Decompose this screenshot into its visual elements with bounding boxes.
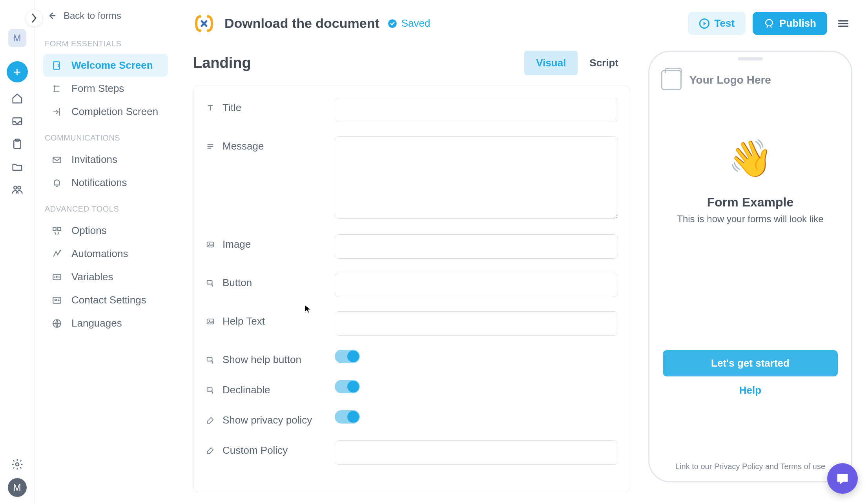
- sidebar-item-languages[interactable]: Languages: [43, 312, 168, 335]
- workspace-avatar[interactable]: M: [8, 29, 26, 47]
- field-label-title: Title: [205, 98, 335, 114]
- home-icon[interactable]: [11, 92, 24, 105]
- clipboard-icon[interactable]: [11, 137, 24, 151]
- message-input[interactable]: [335, 136, 618, 219]
- svg-point-12: [60, 250, 61, 251]
- sidebar-item-form-steps[interactable]: Form Steps: [43, 77, 168, 100]
- tab-visual[interactable]: Visual: [524, 51, 578, 75]
- left-rail: M + M: [0, 0, 35, 504]
- button-icon: [205, 385, 215, 395]
- play-circle-icon: [699, 18, 710, 29]
- editor-panel: Title Message Imag: [193, 86, 630, 492]
- field-label-show-privacy: Show privacy policy: [205, 410, 335, 426]
- image-input[interactable]: [335, 234, 618, 259]
- user-avatar[interactable]: M: [8, 478, 27, 497]
- field-label-custom-policy: Custom Policy: [205, 440, 335, 457]
- sidebar-item-invitations[interactable]: Invitations: [43, 148, 168, 171]
- svg-point-15: [55, 299, 57, 300]
- tab-script[interactable]: Script: [578, 51, 630, 75]
- field-label-image: Image: [205, 234, 335, 250]
- hamburger-icon: [837, 17, 850, 30]
- rocket-icon: [764, 18, 775, 29]
- show-help-toggle[interactable]: [335, 350, 360, 363]
- arrow-left-icon: [47, 11, 57, 20]
- svg-point-7: [53, 85, 55, 87]
- envelope-icon: [51, 154, 63, 166]
- completion-icon: [51, 106, 63, 118]
- section-title: FORM ESSENTIALS: [45, 39, 168, 48]
- topbar: Download the document Saved Test Publish: [176, 0, 868, 43]
- preview-title: Form Example: [661, 195, 839, 210]
- saved-indicator: Saved: [387, 17, 430, 29]
- button-input[interactable]: [335, 273, 618, 297]
- svg-point-3: [14, 186, 17, 189]
- add-button[interactable]: +: [7, 61, 28, 82]
- help-text-input[interactable]: [335, 311, 618, 336]
- edit-icon: [205, 446, 215, 456]
- image-icon: [205, 316, 215, 327]
- bell-icon: [51, 177, 63, 189]
- sidebar-item-welcome-screen[interactable]: Welcome Screen: [43, 54, 168, 77]
- field-label-message: Message: [205, 136, 335, 152]
- preview-logo-text: Your Logo Here: [689, 74, 771, 86]
- chat-icon: [835, 471, 850, 486]
- settings-icon[interactable]: [11, 458, 24, 471]
- options-icon: [51, 225, 63, 237]
- field-label-button: Button: [205, 273, 335, 289]
- svg-rect-9: [53, 157, 61, 163]
- test-button[interactable]: Test: [688, 12, 746, 35]
- menu-button[interactable]: [837, 17, 850, 30]
- users-icon[interactable]: [11, 183, 24, 196]
- editor-tabs: Visual Script: [524, 51, 630, 75]
- chat-bubble-button[interactable]: [827, 463, 858, 494]
- phone-preview: Your Logo Here 👋 Form Example This is ho…: [648, 51, 852, 482]
- preview-start-button[interactable]: Let's get started: [663, 350, 838, 376]
- sidebar: Back to forms FORM ESSENTIALS Welcome Sc…: [35, 0, 176, 504]
- svg-rect-10: [53, 227, 56, 230]
- contact-icon: [51, 294, 63, 306]
- globe-icon: [51, 318, 63, 329]
- expand-rail-button[interactable]: [26, 9, 43, 27]
- variables-icon: [51, 271, 63, 283]
- svg-rect-14: [53, 297, 61, 303]
- declinable-toggle[interactable]: [335, 380, 360, 393]
- welcome-icon: [51, 60, 63, 71]
- main-content: Download the document Saved Test Publish: [176, 0, 868, 504]
- logo-placeholder-icon: [661, 70, 682, 90]
- preview-footer: Link to our Privacy Policy and Terms of …: [649, 462, 851, 471]
- svg-point-5: [16, 463, 19, 466]
- editor-title: Landing: [193, 55, 251, 71]
- automation-icon: [51, 248, 63, 260]
- steps-icon: [51, 83, 63, 95]
- sidebar-item-options[interactable]: Options: [43, 219, 168, 242]
- custom-policy-input[interactable]: [335, 440, 618, 465]
- lines-icon: [205, 141, 215, 152]
- field-label-declinable: Declinable: [205, 380, 335, 396]
- svg-rect-11: [58, 227, 61, 230]
- publish-button[interactable]: Publish: [753, 12, 827, 35]
- sidebar-item-notifications[interactable]: Notifications: [43, 171, 168, 194]
- field-label-help-text: Help Text: [205, 311, 335, 327]
- title-input[interactable]: [335, 98, 618, 122]
- sidebar-item-contact-settings[interactable]: Contact Settings: [43, 289, 168, 312]
- section-title: COMMUNICATIONS: [45, 133, 168, 142]
- wave-icon: 👋: [728, 137, 773, 179]
- edit-icon: [205, 415, 215, 425]
- sidebar-item-variables[interactable]: Variables: [43, 265, 168, 289]
- document-title: Download the document: [224, 16, 379, 31]
- preview-help-link[interactable]: Help: [661, 384, 839, 396]
- text-icon: [205, 103, 215, 113]
- svg-rect-6: [53, 62, 59, 69]
- button-icon: [205, 355, 215, 365]
- sidebar-item-automations[interactable]: Automations: [43, 242, 168, 265]
- check-circle-icon: [387, 18, 398, 29]
- svg-point-8: [53, 90, 55, 92]
- svg-point-4: [18, 186, 21, 189]
- app-logo: [193, 13, 215, 35]
- back-to-forms-link[interactable]: Back to forms: [43, 10, 168, 21]
- button-icon: [205, 278, 215, 288]
- folder-icon[interactable]: [11, 160, 24, 173]
- sidebar-item-completion-screen[interactable]: Completion Screen: [43, 100, 168, 123]
- show-privacy-toggle[interactable]: [335, 410, 360, 424]
- inbox-icon[interactable]: [11, 115, 24, 128]
